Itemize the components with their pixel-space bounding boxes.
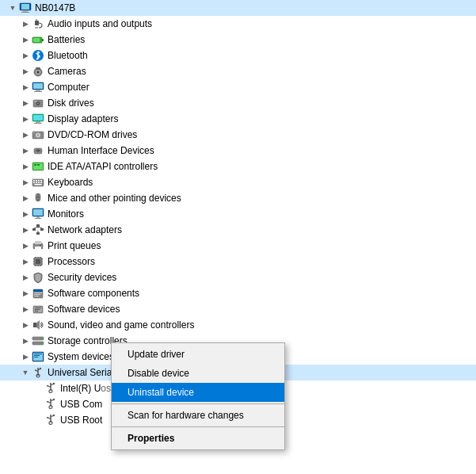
item-label: Monitors <box>48 208 84 220</box>
keyboard-icon <box>32 176 44 189</box>
svg-rect-43 <box>38 180 40 182</box>
battery-icon <box>32 33 44 46</box>
chevron-right-icon: ▶ <box>19 192 32 205</box>
list-item[interactable]: ▶ Software components <box>0 285 476 301</box>
list-item[interactable]: ▶ Cameras <box>0 63 476 79</box>
chevron-right-icon: ▶ <box>19 97 32 109</box>
item-label: Audio inputs and outputs <box>48 18 152 29</box>
list-item[interactable]: ▶ Monitors <box>0 206 476 222</box>
svg-rect-47 <box>38 182 40 184</box>
chevron-right-icon: ▶ <box>19 319 32 331</box>
svg-rect-58 <box>36 224 40 227</box>
svg-rect-26 <box>36 121 40 123</box>
list-item[interactable]: ▶ Audio inputs and outputs <box>0 16 476 32</box>
item-label: Print queues <box>48 240 101 251</box>
list-item[interactable]: ▶ Batteries <box>0 32 476 48</box>
chevron-right-icon: ▶ <box>19 271 32 284</box>
svg-point-119 <box>49 422 52 425</box>
svg-rect-55 <box>33 209 43 216</box>
svg-rect-15 <box>36 67 40 70</box>
item-label: Bluetooth <box>48 50 88 61</box>
item-label: Sound, video and game controllers <box>48 319 194 331</box>
svg-rect-23 <box>34 101 37 102</box>
item-label: Processors <box>48 256 95 267</box>
list-item[interactable]: ▶ Network adapters <box>0 222 476 238</box>
chevron-right-icon: ▶ <box>19 287 32 300</box>
svg-rect-49 <box>35 184 42 185</box>
no-chevron <box>32 414 44 426</box>
svg-rect-41 <box>33 180 35 182</box>
print-icon <box>32 239 44 252</box>
processor-icon <box>32 255 44 268</box>
item-label: Software devices <box>48 304 120 315</box>
chevron-right-icon: ▶ <box>19 128 32 141</box>
context-menu-uninstall-device[interactable]: Uninstall device <box>112 383 284 402</box>
chevron-right-icon: ▶ <box>19 208 32 220</box>
sound-icon <box>32 319 44 331</box>
svg-point-69 <box>40 245 41 247</box>
svg-rect-35 <box>37 149 39 152</box>
context-menu-update-driver[interactable]: Update driver <box>112 345 284 364</box>
context-menu-separator-2 <box>112 426 284 427</box>
network-icon <box>32 224 44 236</box>
list-item[interactable]: ▶ Security devices <box>0 269 476 285</box>
item-label: Computer <box>48 82 89 93</box>
svg-point-33 <box>36 150 37 151</box>
list-item[interactable]: ▶ Processors <box>0 254 476 269</box>
item-label: Batteries <box>48 34 85 45</box>
list-item[interactable]: ▶ Display adapters <box>0 111 476 127</box>
item-label: IDE ATA/ATAPI controllers <box>48 161 158 172</box>
svg-rect-2 <box>23 10 28 12</box>
item-label: USB Root <box>60 415 102 426</box>
context-menu-scan-hardware[interactable]: Scan for hardware changes <box>112 406 284 425</box>
svg-point-98 <box>40 342 42 344</box>
list-item[interactable]: ▶ Print queues <box>0 238 476 254</box>
svg-rect-44 <box>40 180 42 182</box>
context-menu-properties[interactable]: Properties <box>112 429 284 448</box>
svg-rect-61 <box>36 232 40 235</box>
chevron-right-icon: ▶ <box>19 350 32 363</box>
context-menu-disable-device[interactable]: Disable device <box>112 364 284 383</box>
svg-rect-60 <box>40 228 44 231</box>
svg-rect-123 <box>47 417 48 419</box>
svg-rect-93 <box>35 311 38 312</box>
item-label: Display adapters <box>48 113 118 124</box>
svg-rect-42 <box>36 180 37 182</box>
item-label: System devices <box>48 351 114 362</box>
software-icon <box>32 287 44 300</box>
list-item[interactable]: ▶ Computer <box>0 79 476 95</box>
svg-point-53 <box>37 199 39 201</box>
usb-device-icon <box>44 414 57 426</box>
list-item[interactable]: ▶ Software devices <box>0 301 476 317</box>
svg-point-97 <box>40 338 42 339</box>
list-item[interactable]: ▶ Bluetooth <box>0 48 476 63</box>
list-item[interactable]: ▶ Sound, video and game controllers <box>0 317 476 333</box>
computer-icon <box>32 81 44 94</box>
list-item[interactable]: ▶ Mice and other pointing devices <box>0 190 476 206</box>
camera-icon <box>32 65 44 78</box>
chevron-right-icon: ▶ <box>19 255 32 268</box>
svg-rect-39 <box>37 164 40 166</box>
svg-rect-27 <box>34 123 42 124</box>
svg-rect-56 <box>36 216 40 218</box>
list-item[interactable]: ▶ DVD/CD-ROM drives <box>0 127 476 143</box>
tree-root-item[interactable]: ▼ NB0147B <box>0 0 476 16</box>
bluetooth-icon <box>32 49 44 62</box>
chevron-right-icon: ▶ <box>19 113 32 125</box>
chevron-right-icon: ▶ <box>19 17 32 30</box>
list-item[interactable]: ▶ Disk drives <box>0 95 476 111</box>
svg-rect-68 <box>35 247 41 250</box>
item-label: Disk drives <box>48 97 94 109</box>
list-item[interactable]: ▶ IDE ATA/ATAPI controllers <box>0 159 476 174</box>
chevron-right-icon: ▶ <box>19 303 32 315</box>
list-item[interactable]: ▶ Keyboards <box>0 174 476 190</box>
svg-rect-71 <box>36 259 40 264</box>
item-label: Mice and other pointing devices <box>48 193 181 204</box>
chevron-right-icon: ▶ <box>19 160 32 173</box>
svg-rect-102 <box>34 355 40 356</box>
chevron-right-icon: ▶ <box>19 33 32 46</box>
svg-line-64 <box>38 227 42 228</box>
chevron-right-icon: ▶ <box>19 334 32 347</box>
list-item[interactable]: ▶ Human Interface Devices <box>0 143 476 159</box>
item-label: USB Com <box>60 399 102 410</box>
